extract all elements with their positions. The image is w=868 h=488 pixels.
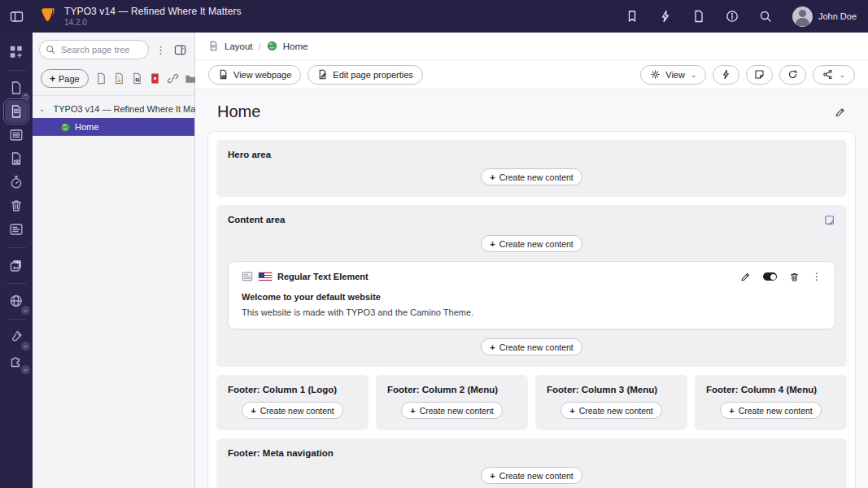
bookmark-icon[interactable]	[626, 10, 639, 23]
visibility-toggle[interactable]	[763, 272, 777, 281]
content-element[interactable]: Regular Text Element ⋮ Welcome to your d…	[228, 261, 835, 329]
drag-new-page-icon[interactable]	[95, 72, 107, 85]
footer-columns-grid: Footer: Column 1 (Logo) + Create new con…	[216, 375, 847, 430]
tree-options-kebab-icon[interactable]: ⋮	[154, 42, 168, 58]
create-new-content-button[interactable]: + Create new content	[481, 338, 582, 355]
module-dashboard[interactable]	[5, 41, 28, 63]
user-name: John Doe	[818, 11, 857, 21]
module-info[interactable]	[5, 218, 28, 241]
breadcrumb-separator: /	[259, 41, 261, 51]
zone-title: Footer: Column 2 (Menu)	[387, 385, 498, 394]
refresh-button[interactable]	[779, 65, 806, 85]
drag-new-link-icon[interactable]	[167, 72, 179, 85]
more-options-kebab-icon[interactable]: ⋮	[812, 271, 822, 282]
page-columns-card: Hero area + Create new content Content a…	[207, 131, 856, 488]
create-new-content-button[interactable]: + Create new content	[242, 402, 343, 419]
share-dropdown[interactable]: ⌄	[813, 65, 855, 85]
tree-node-home-selected[interactable]: Home	[33, 118, 194, 136]
create-new-content-button[interactable]: + Create new content	[481, 168, 582, 185]
note-icon	[754, 69, 765, 80]
module-web-group[interactable]: ⌃	[5, 76, 28, 99]
plus-icon: +	[410, 406, 415, 416]
chevron-down-icon: ⌄	[21, 365, 30, 374]
globe-page-icon	[267, 41, 277, 51]
content-type-text-icon	[242, 271, 253, 282]
module-filelist[interactable]	[5, 254, 28, 277]
zone-footer-column-3: Footer: Column 3 (Menu) + Create new con…	[535, 375, 687, 430]
page-eye-icon	[218, 69, 229, 80]
zone-title: Footer: Meta navigation	[228, 448, 334, 458]
delete-content-icon[interactable]	[789, 272, 800, 282]
breadcrumb-module[interactable]: Layout	[225, 41, 253, 51]
plus-icon: +	[251, 406, 255, 416]
user-menu[interactable]: John Doe	[792, 7, 857, 27]
document-icon[interactable]	[692, 10, 705, 23]
page-tree-search-input[interactable]	[39, 40, 149, 59]
brand[interactable]: TYPO3 v14 — Refined Where It Matters 14.…	[33, 6, 242, 27]
module-recycler[interactable]	[5, 194, 28, 217]
note-button[interactable]	[746, 65, 773, 85]
element-text: This website is made with TYPO3 and the …	[242, 307, 822, 317]
module-history[interactable]	[5, 171, 28, 194]
chevron-down-icon: ⌄	[691, 71, 697, 79]
drag-new-spacer-icon[interactable]	[149, 72, 161, 85]
breadcrumb: Layout / Home	[195, 33, 868, 60]
new-page-button[interactable]: + Page	[41, 69, 89, 88]
module-doc-icon	[208, 41, 219, 51]
view-webpage-button[interactable]: View webpage	[208, 65, 301, 85]
zone-footer-column-4: Footer: Column 4 (Menu) + Create new con…	[695, 375, 847, 430]
topbar: TYPO3 v14 — Refined Where It Matters 14.…	[0, 0, 868, 33]
create-new-content-button[interactable]: + Create new content	[481, 467, 582, 484]
zone-content-area: Content area + Create new content	[216, 205, 847, 367]
zone-title: Hero area	[228, 150, 271, 159]
main-area: Layout / Home View webpage Edit page pro…	[195, 33, 868, 488]
module-view[interactable]	[5, 147, 28, 170]
zone-hero-area: Hero area + Create new content	[216, 140, 847, 197]
zone-footer-column-1: Footer: Column 1 (Logo) + Create new con…	[216, 375, 369, 430]
module-page-active[interactable]	[5, 100, 28, 123]
create-new-content-button[interactable]: + Create new content	[720, 402, 822, 419]
search-icon[interactable]	[759, 10, 772, 23]
tree-toolbar: + Page	[33, 65, 194, 96]
create-new-content-button[interactable]: + Create new content	[560, 402, 662, 419]
breadcrumb-page[interactable]: Home	[283, 41, 308, 51]
drag-new-shortcut-icon[interactable]	[131, 72, 143, 85]
module-site-management[interactable]: ⌄	[5, 290, 28, 312]
module-list[interactable]	[5, 124, 28, 146]
search-icon	[46, 45, 55, 54]
chevron-down-icon[interactable]: ⌄	[39, 105, 46, 113]
clear-cache-lightning-icon[interactable]	[659, 10, 672, 23]
doc-toolbar: View webpage Edit page properties View ⌄	[195, 60, 868, 89]
plus-icon: +	[490, 239, 495, 249]
edit-page-properties-button[interactable]: Edit page properties	[308, 65, 422, 85]
help-info-icon[interactable]	[726, 10, 739, 23]
refresh-icon	[787, 69, 798, 80]
content-element-title: Regular Text Element	[277, 272, 369, 281]
view-mode-dropdown[interactable]: View ⌄	[640, 65, 706, 85]
zone-title: Content area	[228, 215, 285, 224]
tree-node-root[interactable]: ⌄ TYPO3 v14 — Refined Where It Matters	[33, 100, 194, 118]
page-pencil-icon	[317, 69, 328, 80]
sidebar-toggle-icon[interactable]	[0, 0, 33, 33]
clear-cache-button[interactable]	[713, 65, 739, 85]
gear-icon	[650, 69, 661, 80]
element-heading: Welcome to your default website	[242, 292, 822, 302]
create-new-content-button[interactable]: + Create new content	[481, 235, 582, 252]
rail-divider	[7, 319, 26, 320]
drag-new-page-content-icon[interactable]	[113, 72, 125, 85]
rail-divider	[7, 283, 26, 284]
zone-title: Footer: Column 4 (Menu)	[706, 385, 817, 394]
edit-page-title-icon[interactable]	[835, 107, 846, 118]
globe-page-icon	[60, 122, 71, 133]
module-tools[interactable]: ⌄	[5, 325, 28, 348]
page-tree: ⌄ TYPO3 v14 — Refined Where It Matters H…	[33, 96, 194, 136]
page-title: Home	[217, 102, 260, 121]
module-extensions[interactable]: ⌄	[5, 349, 28, 372]
zone-title: Footer: Column 1 (Logo)	[228, 385, 337, 394]
paste-into-column-icon[interactable]	[824, 215, 835, 226]
create-new-content-button[interactable]: + Create new content	[401, 402, 503, 419]
app-version: 14.2.0	[64, 18, 242, 27]
rail-divider	[7, 70, 26, 71]
collapse-tree-panel-icon[interactable]	[172, 42, 188, 58]
edit-content-icon[interactable]	[740, 272, 751, 282]
